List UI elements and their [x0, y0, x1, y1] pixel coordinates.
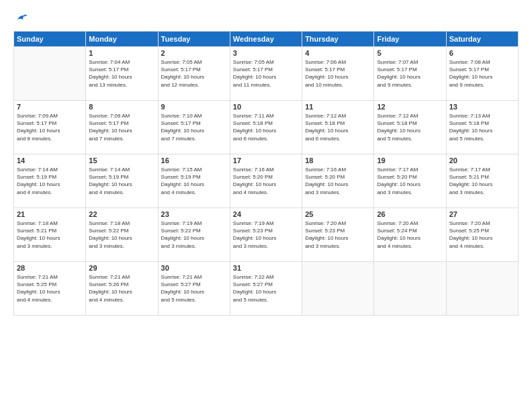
day-info-line: Sunrise: 7:05 AM	[161, 59, 202, 65]
day-cell: 27Sunrise: 7:20 AMSunset: 5:25 PMDayligh…	[446, 208, 518, 262]
day-cell	[14, 47, 86, 101]
day-info-line: and 8 minutes.	[17, 136, 52, 142]
day-info-line: Sunset: 5:20 PM	[377, 174, 416, 180]
day-cell: 20Sunrise: 7:17 AMSunset: 5:21 PMDayligh…	[446, 154, 518, 208]
header	[13, 11, 519, 26]
day-cell: 13Sunrise: 7:13 AMSunset: 5:18 PMDayligh…	[446, 101, 518, 154]
day-cell: 19Sunrise: 7:17 AMSunset: 5:20 PMDayligh…	[374, 154, 446, 208]
day-info: Sunrise: 7:22 AMSunset: 5:27 PMDaylight:…	[233, 273, 299, 304]
day-number: 16	[161, 156, 227, 165]
day-info: Sunrise: 7:12 AMSunset: 5:18 PMDaylight:…	[377, 112, 443, 142]
day-cell	[374, 262, 446, 316]
day-info-line: Sunset: 5:26 PM	[89, 281, 128, 287]
day-info-line: Daylight: 10 hours	[89, 181, 132, 187]
day-number: 24	[233, 210, 299, 218]
day-info-line: Sunrise: 7:08 AM	[449, 59, 490, 65]
day-info-line: Sunset: 5:25 PM	[449, 228, 489, 234]
day-cell: 18Sunrise: 7:16 AMSunset: 5:20 PMDayligh…	[302, 154, 374, 208]
day-info-line: Daylight: 10 hours	[161, 235, 204, 241]
day-info-line: Sunrise: 7:20 AM	[377, 220, 418, 226]
day-cell: 25Sunrise: 7:20 AMSunset: 5:23 PMDayligh…	[302, 208, 374, 262]
day-info-line: Sunrise: 7:10 AM	[161, 113, 202, 119]
day-info: Sunrise: 7:21 AMSunset: 5:25 PMDaylight:…	[17, 273, 83, 304]
day-info-line: Sunset: 5:18 PM	[377, 120, 416, 126]
day-info-line: and 4 minutes.	[233, 189, 268, 195]
day-info-line: Sunrise: 7:21 AM	[89, 274, 130, 280]
day-info-line: and 12 minutes.	[161, 82, 200, 88]
day-info-line: Sunrise: 7:11 AM	[233, 113, 274, 119]
day-info-line: Daylight: 10 hours	[17, 128, 60, 134]
day-info-line: Sunset: 5:23 PM	[305, 228, 345, 234]
day-info-line: Daylight: 10 hours	[305, 181, 348, 187]
day-info: Sunrise: 7:12 AMSunset: 5:18 PMDaylight:…	[305, 112, 371, 142]
day-info-line: Sunset: 5:17 PM	[17, 120, 56, 126]
weekday-header-thursday: Thursday	[302, 32, 374, 47]
weekday-header-tuesday: Tuesday	[158, 32, 230, 47]
day-cell: 30Sunrise: 7:21 AMSunset: 5:27 PMDayligh…	[158, 262, 230, 316]
day-info-line: Sunrise: 7:14 AM	[89, 167, 130, 173]
day-info-line: and 7 minutes.	[89, 136, 124, 142]
day-cell: 24Sunrise: 7:19 AMSunset: 5:23 PMDayligh…	[230, 208, 302, 262]
day-info: Sunrise: 7:05 AMSunset: 5:17 PMDaylight:…	[161, 58, 227, 89]
week-row-2: 14Sunrise: 7:14 AMSunset: 5:19 PMDayligh…	[14, 154, 519, 208]
day-number: 29	[89, 264, 154, 272]
day-number: 17	[233, 156, 299, 165]
day-info-line: Sunset: 5:17 PM	[377, 66, 416, 73]
day-cell: 9Sunrise: 7:10 AMSunset: 5:17 PMDaylight…	[158, 101, 230, 154]
day-info-line: Sunrise: 7:18 AM	[17, 220, 58, 226]
day-info: Sunrise: 7:11 AMSunset: 5:18 PMDaylight:…	[233, 112, 299, 142]
day-info-line: and 11 minutes.	[233, 82, 271, 88]
day-info-line: Daylight: 10 hours	[233, 74, 276, 80]
day-cell: 29Sunrise: 7:21 AMSunset: 5:26 PMDayligh…	[86, 262, 158, 316]
day-cell: 28Sunrise: 7:21 AMSunset: 5:25 PMDayligh…	[14, 262, 86, 316]
day-info-line: Daylight: 10 hours	[377, 74, 420, 80]
day-number: 11	[305, 103, 371, 111]
day-info-line: Sunset: 5:17 PM	[161, 66, 201, 73]
week-row-0: 1Sunrise: 7:04 AMSunset: 5:17 PMDaylight…	[14, 47, 519, 101]
day-info: Sunrise: 7:04 AMSunset: 5:17 PMDaylight:…	[89, 58, 154, 89]
logo-icon	[13, 11, 28, 26]
day-info-line: Sunset: 5:17 PM	[233, 66, 273, 73]
day-cell: 16Sunrise: 7:15 AMSunset: 5:19 PMDayligh…	[158, 154, 230, 208]
day-info: Sunrise: 7:20 AMSunset: 5:25 PMDaylight:…	[449, 220, 515, 250]
day-info: Sunrise: 7:16 AMSunset: 5:20 PMDaylight:…	[305, 166, 371, 196]
day-info-line: and 9 minutes.	[449, 82, 484, 88]
day-info-line: and 13 minutes.	[89, 82, 127, 88]
day-info-line: Daylight: 10 hours	[161, 128, 204, 134]
day-number: 25	[305, 210, 371, 218]
day-info-line: Sunset: 5:25 PM	[17, 281, 56, 287]
day-info-line: and 3 minutes.	[305, 243, 340, 249]
day-info-line: Daylight: 10 hours	[89, 128, 132, 134]
day-cell: 3Sunrise: 7:05 AMSunset: 5:17 PMDaylight…	[230, 47, 302, 101]
day-info-line: Daylight: 10 hours	[305, 74, 348, 80]
day-info-line: Daylight: 10 hours	[89, 289, 132, 295]
day-info-line: Sunset: 5:17 PM	[89, 120, 128, 126]
day-info-line: Sunrise: 7:21 AM	[17, 274, 58, 280]
day-info-line: Sunset: 5:22 PM	[161, 228, 201, 234]
day-cell: 15Sunrise: 7:14 AMSunset: 5:19 PMDayligh…	[86, 154, 158, 208]
day-info-line: Daylight: 10 hours	[233, 289, 276, 295]
day-info-line: Daylight: 10 hours	[233, 128, 276, 134]
day-cell: 14Sunrise: 7:14 AMSunset: 5:19 PMDayligh…	[14, 154, 86, 208]
day-info-line: Sunset: 5:17 PM	[89, 66, 128, 73]
day-number: 8	[89, 103, 154, 111]
day-info-line: and 5 minutes.	[377, 136, 412, 142]
day-info-line: Sunset: 5:19 PM	[161, 174, 201, 180]
day-info-line: and 3 minutes.	[233, 243, 268, 249]
day-info-line: Sunrise: 7:12 AM	[305, 113, 346, 119]
day-info: Sunrise: 7:13 AMSunset: 5:18 PMDaylight:…	[449, 112, 515, 142]
day-info: Sunrise: 7:14 AMSunset: 5:19 PMDaylight:…	[17, 166, 83, 196]
day-info-line: Sunset: 5:27 PM	[161, 281, 201, 287]
day-info-line: Daylight: 10 hours	[233, 181, 276, 187]
day-cell: 22Sunrise: 7:18 AMSunset: 5:22 PMDayligh…	[86, 208, 158, 262]
day-info-line: Sunrise: 7:04 AM	[89, 59, 130, 65]
day-cell: 23Sunrise: 7:19 AMSunset: 5:22 PMDayligh…	[158, 208, 230, 262]
day-info-line: and 5 minutes.	[233, 297, 268, 303]
day-cell: 4Sunrise: 7:06 AMSunset: 5:17 PMDaylight…	[302, 47, 374, 101]
day-info-line: Daylight: 10 hours	[89, 74, 132, 80]
week-row-3: 21Sunrise: 7:18 AMSunset: 5:21 PMDayligh…	[14, 208, 519, 262]
day-info-line: Sunset: 5:23 PM	[233, 228, 273, 234]
day-info-line: Sunset: 5:17 PM	[161, 120, 201, 126]
day-info: Sunrise: 7:19 AMSunset: 5:22 PMDaylight:…	[161, 220, 227, 250]
day-info-line: Sunrise: 7:09 AM	[17, 113, 58, 119]
